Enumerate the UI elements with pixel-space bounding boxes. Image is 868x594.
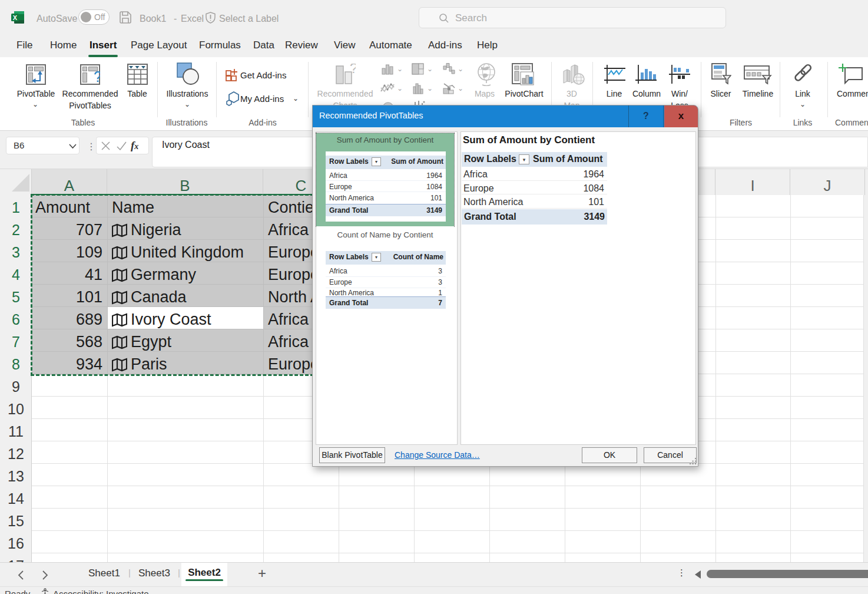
- svg-text:?: ?: [94, 68, 100, 85]
- svg-text:?: ?: [350, 64, 356, 76]
